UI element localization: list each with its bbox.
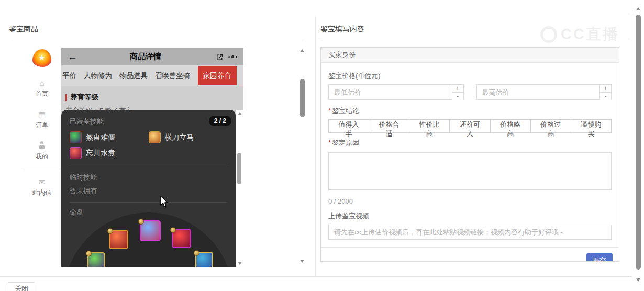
conclusion-button[interactable]: 谨慎购买 [571, 119, 612, 133]
min-price-input[interactable] [329, 85, 452, 99]
skill-name: 忘川水煮 [86, 149, 115, 158]
close-button[interactable]: 关闭 [8, 282, 35, 291]
conclusion-button[interactable]: 价格略高 [490, 119, 531, 133]
back-icon[interactable]: ← [68, 51, 83, 63]
sidebar-item-mine[interactable]: 我的 [21, 141, 63, 161]
destiny-skill-icon[interactable] [172, 229, 191, 248]
conclusion-button[interactable]: 价格合适 [369, 119, 409, 133]
flame-logo-icon[interactable] [32, 49, 51, 67]
reason-label-text: 鉴定原因 [332, 139, 359, 147]
left-title-divider [9, 41, 303, 41]
level-badge-icon [138, 219, 144, 225]
max-price-field: + - [476, 84, 612, 100]
app-sidebar: ⌂ 首页 ▤ 订单 我的 ✉ 站内信 [21, 47, 63, 197]
reason-textarea[interactable] [328, 152, 612, 190]
scroll-up-icon[interactable] [238, 112, 242, 115]
conclusion-button[interactable]: 价格过高 [530, 119, 571, 133]
skill-item[interactable]: 煞蛊难僵 [70, 131, 149, 143]
panel-divider [315, 16, 316, 276]
watermark-text: CC直播 [561, 24, 619, 45]
video-link-input[interactable] [328, 225, 612, 240]
destiny-skill-icon[interactable] [87, 252, 105, 267]
sidebar-item-label: 站内信 [32, 189, 51, 196]
scrollbar-thumb[interactable] [636, 15, 641, 270]
conclusion-button[interactable]: 还价可入 [449, 119, 490, 133]
destiny-skill-icon[interactable] [195, 252, 213, 267]
char-counter: 0 / 2000 [328, 197, 612, 205]
overlay-divider [70, 202, 227, 203]
level-badge-icon [86, 251, 92, 256]
home-icon: ⌂ [21, 79, 63, 88]
phone-tab[interactable]: 家园养育 [198, 66, 237, 85]
min-price-field: + - [328, 84, 464, 100]
equipped-skills-list: 煞蛊难僵 横刀立马 忘川水煮 [61, 126, 236, 163]
skill-name: 横刀立马 [165, 133, 194, 142]
section-title: 养育等级 [65, 93, 239, 102]
scroll-down-icon[interactable] [300, 260, 304, 263]
popup-scrollbar[interactable] [236, 110, 243, 267]
phone-tab[interactable]: 召唤兽坐骑 [155, 66, 191, 85]
content-right-edge [631, 0, 631, 276]
order-icon: ▤ [21, 110, 63, 119]
price-label: 鉴宝价格(单位元) [328, 71, 612, 81]
phone-tab[interactable]: 人物修为 [84, 66, 112, 85]
conclusion-button[interactable]: 性价比高 [409, 119, 450, 133]
scroll-down-icon[interactable] [238, 262, 242, 265]
level-badge-icon [107, 228, 113, 234]
destiny-skill-icon[interactable] [140, 220, 161, 241]
conclusion-label-text: 鉴宝结论 [332, 107, 359, 115]
reason-label: *鉴定原因 [328, 138, 612, 148]
sidebar-item-label: 首页 [36, 90, 48, 97]
decrement-button[interactable]: - [600, 93, 611, 100]
max-price-input[interactable] [477, 85, 600, 99]
page-scrollbar[interactable] [635, 0, 641, 291]
phone-tab[interactable]: 物品道具 [119, 66, 148, 85]
right-panel-title: 鉴宝填写内容 [320, 25, 364, 34]
watermark: CC直播 [540, 24, 619, 45]
increment-button[interactable]: + [452, 85, 463, 93]
skill-name: 煞蛊难僵 [86, 133, 115, 142]
buyer-identity-header: 买家身份 [321, 48, 619, 63]
form-footer: 提交 [321, 247, 619, 262]
skill-item[interactable]: 横刀立马 [149, 131, 228, 143]
price-inputs-row: + - + - [328, 84, 612, 100]
left-panel-scrollbar[interactable] [298, 47, 306, 267]
sidebar-item-messages[interactable]: ✉ 站内信 [21, 177, 63, 197]
level-badge-icon [170, 227, 176, 233]
skill-icon [70, 147, 82, 159]
cc-logo-icon [540, 26, 557, 43]
conclusion-button[interactable]: 值得入手 [328, 119, 369, 133]
user-icon [21, 141, 63, 151]
footer-divider [0, 276, 632, 277]
skill-icon [70, 131, 82, 143]
video-label: 上传鉴宝视频 [328, 211, 612, 221]
submit-button[interactable]: 提交 [586, 253, 613, 262]
skill-item[interactable]: 忘川水煮 [70, 147, 149, 159]
required-mark: * [328, 139, 331, 147]
destiny-skill-icon[interactable] [109, 230, 128, 249]
share-icon[interactable] [208, 52, 224, 62]
sidebar-item-orders[interactable]: ▤ 订单 [21, 110, 63, 130]
increment-button[interactable]: + [600, 85, 611, 93]
skill-icon [149, 131, 161, 143]
sidebar-item-home[interactable]: ⌂ 首页 [21, 79, 63, 98]
decrement-button[interactable]: - [452, 93, 463, 100]
scroll-up-icon[interactable] [636, 7, 640, 10]
scroll-down-icon[interactable] [636, 278, 640, 282]
conclusion-label: *鉴宝结论 [328, 106, 612, 116]
phone-title: 商品详情 [83, 52, 208, 62]
sidebar-item-label: 我的 [36, 153, 48, 160]
more-icon[interactable] [224, 55, 237, 58]
scrollbar-thumb[interactable] [300, 79, 305, 117]
scrollbar-thumb[interactable] [237, 153, 241, 184]
appraisal-dialog: 鉴宝商品 鉴宝填写内容 CC直播 ⌂ 首页 ▤ 订单 我的 ✉ 站内信 ← 商品… [0, 0, 644, 291]
temp-skills-title: 临时技能 [61, 172, 236, 182]
temp-skills-value: 暂未拥有 [61, 182, 236, 196]
phone-tab[interactable]: 平价 [62, 66, 76, 85]
scroll-up-icon[interactable] [300, 49, 304, 52]
overlay-divider [70, 167, 227, 167]
level-badge-icon [194, 250, 199, 256]
section-marker [65, 94, 67, 101]
skills-popup: 已装备技能 2 / 2 煞蛊难僵 横刀立马 忘川水煮 临时技能 [61, 110, 236, 267]
skills-counter-badge: 2 / 2 [209, 116, 231, 126]
